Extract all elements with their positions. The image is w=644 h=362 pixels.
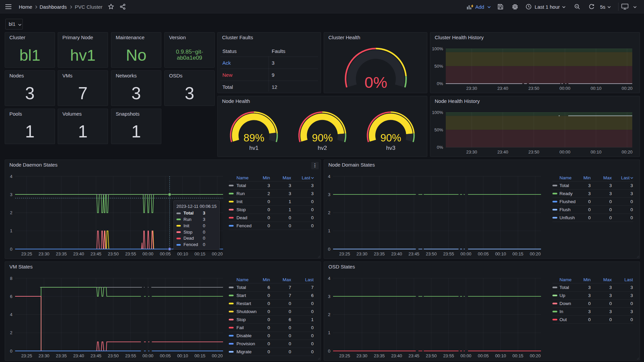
svg-text:23:35: 23:35	[56, 251, 67, 256]
svg-text:0: 0	[10, 247, 12, 252]
svg-text:Flushed: Flushed	[559, 199, 576, 204]
svg-text:Max: Max	[282, 277, 291, 282]
svg-text:Last: Last	[302, 175, 310, 180]
svg-text:00:10: 00:10	[495, 353, 506, 358]
svg-text:0: 0	[267, 341, 270, 346]
svg-text:0: 0	[588, 317, 591, 322]
svg-text:6: 6	[267, 285, 270, 290]
svg-text:89%: 89%	[244, 132, 264, 144]
svg-text:2: 2	[267, 191, 270, 196]
svg-text:00:05: 00:05	[160, 353, 171, 358]
svg-text:3: 3	[630, 191, 633, 196]
svg-text:23:50: 23:50	[528, 149, 539, 155]
svg-text:50%: 50%	[434, 64, 443, 69]
svg-text:Last: Last	[624, 277, 633, 282]
svg-text:0: 0	[288, 301, 291, 306]
svg-text:00:00: 00:00	[143, 251, 154, 256]
svg-text:00:10: 00:10	[591, 86, 602, 91]
svg-text:Fail: Fail	[236, 325, 244, 330]
svg-text:0%: 0%	[365, 73, 387, 91]
svg-text:23:25: 23:25	[339, 251, 350, 256]
svg-text:23:35: 23:35	[374, 251, 385, 256]
svg-text:0: 0	[588, 215, 591, 220]
svg-text:0: 0	[311, 349, 314, 354]
svg-text:0: 0	[588, 199, 591, 204]
svg-text:Provision: Provision	[236, 341, 255, 346]
svg-text:Total: Total	[559, 183, 569, 188]
svg-text:Max: Max	[282, 175, 291, 180]
svg-text:Dead: Dead	[236, 215, 247, 220]
svg-text:0: 0	[267, 199, 270, 204]
svg-text:Name: Name	[236, 175, 249, 180]
svg-text:00:00: 00:00	[461, 353, 472, 358]
svg-text:Min: Min	[263, 175, 270, 180]
svg-text:00:00: 00:00	[461, 251, 472, 256]
svg-text:23:40: 23:40	[391, 251, 402, 256]
svg-text:New: New	[222, 72, 232, 78]
svg-text:4: 4	[328, 174, 330, 179]
svg-text:00:05: 00:05	[478, 353, 489, 358]
svg-text:Run: Run	[236, 191, 245, 196]
svg-text:3: 3	[588, 293, 591, 298]
svg-text:0%: 0%	[437, 145, 443, 150]
svg-text:3: 3	[630, 183, 633, 188]
svg-text:Ack: Ack	[222, 60, 231, 66]
svg-text:23:30: 23:30	[466, 149, 477, 155]
svg-text:3: 3	[288, 183, 291, 188]
svg-text:0: 0	[288, 309, 291, 314]
svg-text:0: 0	[630, 199, 633, 204]
svg-text:Status: Status	[222, 48, 237, 54]
svg-text:0: 0	[311, 325, 314, 330]
svg-text:hv2: hv2	[318, 145, 327, 151]
svg-text:Out: Out	[559, 317, 567, 322]
svg-text:3: 3	[311, 191, 314, 196]
svg-text:Init: Init	[236, 199, 243, 204]
svg-text:0: 0	[267, 309, 270, 314]
svg-text:4: 4	[328, 276, 330, 281]
svg-text:Shutdown: Shutdown	[236, 309, 257, 314]
svg-text:00:15: 00:15	[513, 353, 524, 358]
svg-text:Total: Total	[559, 285, 569, 290]
svg-text:23:50: 23:50	[426, 251, 437, 256]
svg-text:0: 0	[630, 215, 633, 220]
svg-text:0: 0	[630, 317, 633, 322]
svg-text:3: 3	[630, 309, 633, 314]
svg-text:Migrate: Migrate	[236, 349, 252, 354]
svg-text:0: 0	[630, 301, 633, 306]
svg-text:23:35: 23:35	[374, 353, 385, 358]
svg-text:23:30: 23:30	[357, 353, 368, 358]
svg-text:23:25: 23:25	[339, 353, 350, 358]
svg-text:23:40: 23:40	[73, 251, 84, 256]
svg-text:00:10: 00:10	[177, 251, 188, 256]
svg-text:23:45: 23:45	[91, 353, 102, 358]
svg-text:1: 1	[311, 317, 314, 322]
svg-text:1: 1	[328, 330, 330, 335]
svg-text:0: 0	[267, 215, 270, 220]
svg-text:8: 8	[10, 276, 12, 281]
svg-text:Stop: Stop	[236, 207, 246, 212]
svg-text:0: 0	[609, 199, 612, 204]
svg-text:23:55: 23:55	[125, 353, 136, 358]
svg-text:0: 0	[630, 207, 633, 212]
svg-text:3: 3	[609, 309, 612, 314]
svg-text:0: 0	[609, 317, 612, 322]
svg-text:23:45: 23:45	[91, 251, 102, 256]
svg-text:0: 0	[267, 207, 270, 212]
svg-text:00:20: 00:20	[212, 353, 223, 358]
svg-text:0: 0	[288, 349, 291, 354]
svg-text:23:25: 23:25	[21, 353, 32, 358]
svg-text:4: 4	[10, 174, 12, 179]
svg-text:Name: Name	[559, 277, 572, 282]
svg-text:0: 0	[288, 215, 291, 220]
svg-text:23:35: 23:35	[56, 353, 67, 358]
svg-text:Faults: Faults	[272, 48, 285, 54]
svg-text:0: 0	[311, 199, 314, 204]
svg-text:3: 3	[588, 191, 591, 196]
svg-text:1: 1	[288, 199, 291, 204]
svg-text:0: 0	[267, 349, 270, 354]
svg-text:Min: Min	[583, 277, 591, 282]
svg-text:Name: Name	[559, 175, 572, 180]
svg-text:Disable: Disable	[236, 333, 252, 338]
svg-text:2: 2	[328, 312, 330, 317]
svg-text:3: 3	[267, 183, 270, 188]
